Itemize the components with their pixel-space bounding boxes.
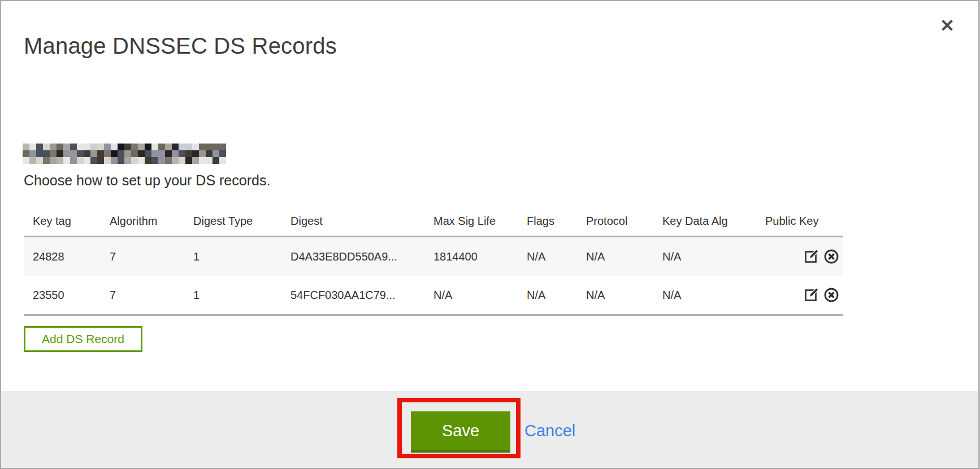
column-header-protocol: Protocol xyxy=(577,206,653,237)
redacted-domain-name xyxy=(23,144,226,164)
column-header-digest: Digest xyxy=(281,206,424,237)
edit-icon[interactable] xyxy=(804,247,821,267)
cell-digest: 54FCF030AA1C79... xyxy=(281,276,424,315)
cell-max_sig_life: 1814400 xyxy=(424,237,518,276)
manage-dnssec-dialog: { "dialog": { "title": "Manage DNSSEC DS… xyxy=(0,0,980,469)
cell-flags: N/A xyxy=(518,276,577,315)
column-header-algorithm: Algorithm xyxy=(101,206,184,237)
close-icon[interactable]: ✕ xyxy=(935,14,960,38)
delete-icon[interactable] xyxy=(823,285,840,305)
row-actions xyxy=(798,237,843,276)
column-header-flags: Flags xyxy=(518,206,577,237)
cell-key_tag: 23550 xyxy=(24,276,101,315)
cell-protocol: N/A xyxy=(577,276,653,315)
cancel-link[interactable]: Cancel xyxy=(524,422,575,440)
column-header-key_data_alg: Key Data Alg xyxy=(653,206,756,237)
table-row: 2482871D4A33E8DD550A9...1814400N/AN/AN/A xyxy=(24,237,843,276)
column-header-max_sig_life: Max Sig Life xyxy=(424,206,518,237)
cell-digest_type: 1 xyxy=(184,276,281,315)
ds-records-table: Key tagAlgorithmDigest TypeDigestMax Sig… xyxy=(24,206,843,316)
cell-digest_type: 1 xyxy=(184,237,281,276)
cell-public_key xyxy=(756,237,798,276)
add-ds-record-button[interactable]: Add DS Record xyxy=(24,326,142,352)
cell-key_data_alg: N/A xyxy=(653,276,756,315)
edit-icon[interactable] xyxy=(804,285,821,305)
cell-flags: N/A xyxy=(518,237,577,276)
table-row: 235507154FCF030AA1C79...N/AN/AN/AN/A xyxy=(24,276,843,315)
page-title: Manage DNSSEC DS Records xyxy=(24,33,337,59)
cell-protocol: N/A xyxy=(577,237,653,276)
save-button[interactable]: Save xyxy=(411,411,510,453)
cell-algorithm: 7 xyxy=(101,237,184,276)
column-header-key_tag: Key tag xyxy=(24,206,101,237)
column-header-digest_type: Digest Type xyxy=(184,206,281,237)
setup-instruction-text: Choose how to set up your DS records. xyxy=(24,172,270,189)
cell-key_data_alg: N/A xyxy=(653,237,756,276)
table-header-row: Key tagAlgorithmDigest TypeDigestMax Sig… xyxy=(24,206,843,237)
column-header-public_key: Public Key xyxy=(756,206,798,237)
delete-icon[interactable] xyxy=(823,247,840,267)
cell-max_sig_life: N/A xyxy=(424,276,518,315)
table-body: 2482871D4A33E8DD550A9...1814400N/AN/AN/A… xyxy=(24,237,843,315)
cell-digest: D4A33E8DD550A9... xyxy=(281,237,424,276)
cell-key_tag: 24828 xyxy=(24,237,101,276)
cell-algorithm: 7 xyxy=(101,276,184,315)
row-actions xyxy=(798,276,843,315)
cell-public_key xyxy=(756,276,798,315)
